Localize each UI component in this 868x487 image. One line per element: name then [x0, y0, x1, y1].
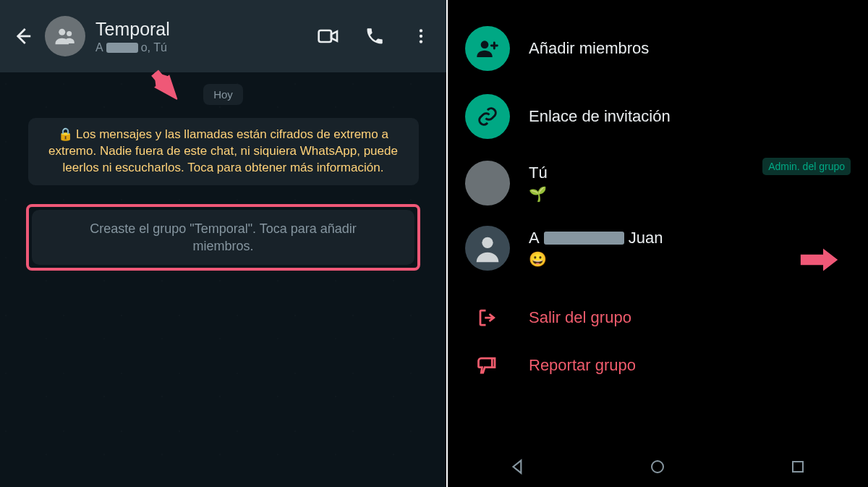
nav-back-icon[interactable] [503, 452, 532, 481]
leave-group-label: Salir del grupo [529, 308, 631, 327]
chat-body: Hoy 🔒Los mensajes y las llamadas están c… [0, 72, 446, 487]
avatar [465, 161, 510, 206]
member-row-you[interactable]: Tú 🌱 Admin. del grupo [465, 151, 851, 216]
system-message[interactable]: Creaste el grupo "Temporal". Toca para a… [32, 210, 414, 266]
lock-icon: 🔒 [58, 127, 73, 141]
chat-header[interactable]: Temporal Axxo, Tú [0, 0, 446, 72]
chat-title-block[interactable]: Temporal Axxo, Tú [95, 19, 306, 54]
system-message-highlight: Creaste el grupo "Temporal". Toca para a… [26, 204, 420, 271]
member-name: AxxxxxJuan [529, 229, 663, 247]
admin-badge: Admin. del grupo [762, 158, 851, 175]
back-icon[interactable] [10, 24, 35, 48]
svg-point-4 [420, 35, 422, 38]
report-group-label: Reportar grupo [529, 356, 636, 375]
thumbs-down-icon [465, 355, 510, 376]
svg-point-0 [59, 29, 65, 35]
encryption-notice[interactable]: 🔒Los mensajes y las llamadas están cifra… [28, 118, 419, 185]
svg-point-3 [420, 29, 422, 32]
member-status: 🌱 [529, 185, 548, 203]
link-icon [465, 94, 510, 139]
invite-link-button[interactable]: Enlace de invitación [465, 82, 851, 151]
svg-point-7 [482, 237, 493, 248]
group-info-list: Añadir miembros Enlace de invitación Tú … [448, 0, 868, 397]
exit-icon [465, 307, 510, 329]
group-avatar-icon[interactable] [45, 16, 85, 56]
android-nav-bar [448, 446, 868, 487]
svg-rect-9 [793, 462, 803, 472]
avatar-placeholder-icon [465, 226, 510, 271]
date-chip: Hoy [203, 84, 243, 105]
svg-point-5 [420, 40, 422, 43]
more-icon[interactable] [409, 24, 433, 48]
member-name: Tú [529, 164, 548, 182]
add-person-icon [465, 26, 510, 71]
leave-group-button[interactable]: Salir del grupo [465, 294, 851, 342]
nav-recent-icon[interactable] [783, 452, 812, 481]
chat-panel: Temporal Axxo, Tú Hoy 🔒Los mensajes y la… [0, 0, 448, 487]
svg-point-6 [481, 41, 489, 48]
svg-point-1 [67, 31, 72, 36]
invite-link-label: Enlace de invitación [529, 107, 671, 126]
nav-home-icon[interactable] [643, 452, 672, 481]
report-group-button[interactable]: Reportar grupo [465, 342, 851, 389]
add-members-label: Añadir miembros [529, 39, 649, 58]
header-actions [316, 24, 433, 48]
member-row-contact[interactable]: AxxxxxJuan 😀 [465, 216, 851, 281]
voice-call-icon[interactable] [362, 24, 387, 48]
chat-title: Temporal [95, 19, 306, 40]
video-call-icon[interactable] [316, 24, 341, 48]
svg-point-8 [652, 461, 663, 473]
svg-rect-2 [319, 30, 331, 42]
add-members-button[interactable]: Añadir miembros [465, 14, 851, 82]
chat-subtitle: Axxo, Tú [95, 41, 306, 54]
member-status: 😀 [529, 250, 663, 268]
group-info-panel: Añadir miembros Enlace de invitación Tú … [448, 0, 868, 487]
